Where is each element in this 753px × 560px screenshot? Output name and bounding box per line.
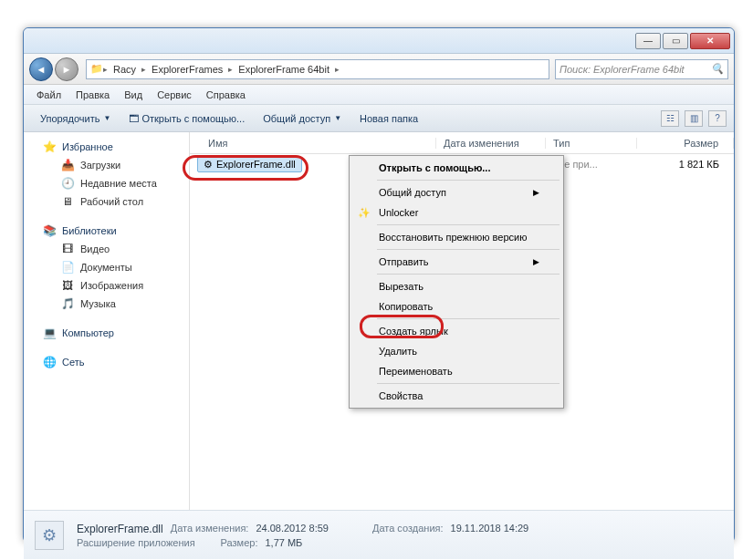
breadcrumb-item[interactable]: Racy: [108, 64, 141, 75]
sidebar-pictures[interactable]: 🖼Изображения: [24, 276, 189, 295]
ctx-copy[interactable]: Копировать: [351, 296, 561, 316]
status-filename: ExplorerFrame.dll: [77, 523, 163, 535]
sidebar-videos[interactable]: 🎞Видео: [24, 240, 189, 258]
wand-icon: ✨: [357, 205, 371, 220]
preview-pane-icon[interactable]: ▥: [685, 110, 703, 127]
search-placeholder: Поиск: ExplorerFrame 64bit: [560, 64, 685, 75]
menu-file[interactable]: Файл: [29, 89, 68, 100]
minimize-button[interactable]: —: [635, 33, 661, 49]
file-thumbnail-icon: ⚙: [35, 521, 64, 550]
recent-icon: 🕘: [60, 176, 75, 191]
documents-icon: 📄: [60, 260, 75, 275]
video-icon: 🎞: [60, 242, 75, 256]
open-with-button[interactable]: 🗔 Открыть с помощью...: [120, 105, 254, 131]
breadcrumb[interactable]: 📁 ▸ Racy▸ ExplorerFrames▸ ExplorerFrame …: [86, 59, 549, 79]
sidebar-documents[interactable]: 📄Документы: [24, 258, 189, 276]
menu-edit[interactable]: Правка: [68, 89, 117, 100]
app-icon: 🗔: [129, 113, 139, 124]
ctx-create-shortcut[interactable]: Создать ярлык: [351, 321, 561, 341]
forward-button[interactable]: ►: [55, 57, 78, 81]
sidebar-music[interactable]: 🎵Музыка: [24, 295, 189, 313]
search-icon: 🔍: [711, 63, 724, 75]
pictures-icon: 🖼: [60, 278, 75, 293]
details-pane: ⚙ ExplorerFrame.dll Дата изменения: 24.0…: [24, 510, 734, 559]
status-desc: Расширение приложения: [77, 537, 195, 548]
dll-icon: ⚙: [204, 159, 213, 171]
toolbar: Упорядочить▼ 🗔 Открыть с помощью... Общи…: [24, 105, 734, 132]
breadcrumb-item[interactable]: ExplorerFrames: [146, 64, 228, 75]
titlebar: — ▭ ✕: [24, 28, 734, 54]
ctx-share[interactable]: Общий доступ▶: [351, 182, 561, 202]
menubar: Файл Правка Вид Сервис Справка: [24, 85, 734, 105]
sidebar-favorites[interactable]: ⭐Избранное: [24, 138, 189, 156]
sidebar-recent[interactable]: 🕘Недавние места: [24, 174, 189, 192]
sidebar-libraries[interactable]: 📚Библиотеки: [24, 222, 189, 240]
ctx-delete[interactable]: Удалить: [351, 341, 561, 361]
context-menu: Открыть с помощью... Общий доступ▶ ✨Unlo…: [349, 155, 564, 409]
menu-view[interactable]: Вид: [117, 89, 150, 100]
col-date[interactable]: Дата изменения: [436, 138, 546, 149]
close-button[interactable]: ✕: [690, 33, 730, 49]
sidebar-computer[interactable]: 💻Компьютер: [24, 324, 189, 342]
star-icon: ⭐: [42, 140, 57, 154]
breadcrumb-item[interactable]: ExplorerFrame 64bit: [233, 64, 335, 75]
navigation-bar: ◄ ► 📁 ▸ Racy▸ ExplorerFrames▸ ExplorerFr…: [24, 54, 734, 85]
libraries-icon: 📚: [42, 223, 57, 238]
file-name: ExplorerFrame.dll: [216, 159, 296, 170]
ctx-rename[interactable]: Переименовать: [351, 361, 561, 381]
sidebar-network[interactable]: 🌐Сеть: [24, 353, 189, 371]
navigation-pane: ⭐Избранное 📥Загрузки 🕘Недавние места 🖥Ра…: [24, 132, 190, 510]
ctx-properties[interactable]: Свойства: [351, 386, 561, 406]
menu-help[interactable]: Справка: [199, 89, 253, 100]
ctx-cut[interactable]: Вырезать: [351, 276, 561, 296]
desktop-icon: 🖥: [60, 194, 75, 209]
search-input[interactable]: Поиск: ExplorerFrame 64bit 🔍: [555, 59, 728, 79]
music-icon: 🎵: [60, 296, 75, 311]
col-type[interactable]: Тип: [546, 138, 637, 149]
back-button[interactable]: ◄: [29, 57, 53, 81]
share-button[interactable]: Общий доступ▼: [254, 105, 350, 131]
ctx-open-with[interactable]: Открыть с помощью...: [351, 158, 561, 178]
column-headers: Имя Дата изменения Тип Размер: [190, 132, 734, 154]
ctx-send-to[interactable]: Отправить▶: [351, 252, 561, 272]
new-folder-button[interactable]: Новая папка: [350, 105, 427, 131]
maximize-button[interactable]: ▭: [663, 33, 688, 49]
sidebar-downloads[interactable]: 📥Загрузки: [24, 156, 189, 174]
sidebar-desktop[interactable]: 🖥Рабочий стол: [24, 192, 189, 211]
help-icon[interactable]: ?: [708, 110, 727, 127]
col-name[interactable]: Имя: [190, 138, 436, 149]
ctx-restore[interactable]: Восстановить прежнюю версию: [351, 227, 561, 247]
col-size[interactable]: Размер: [637, 138, 734, 149]
network-icon: 🌐: [42, 355, 57, 369]
view-options-icon[interactable]: ☷: [661, 110, 679, 127]
ctx-unlocker[interactable]: ✨Unlocker: [351, 202, 561, 223]
computer-icon: 💻: [42, 326, 57, 340]
folder-icon: 📁: [90, 63, 103, 75]
organize-button[interactable]: Упорядочить▼: [31, 105, 120, 131]
downloads-icon: 📥: [60, 158, 75, 172]
menu-tools[interactable]: Сервис: [150, 89, 199, 100]
file-size: 1 821 КБ: [637, 159, 734, 170]
